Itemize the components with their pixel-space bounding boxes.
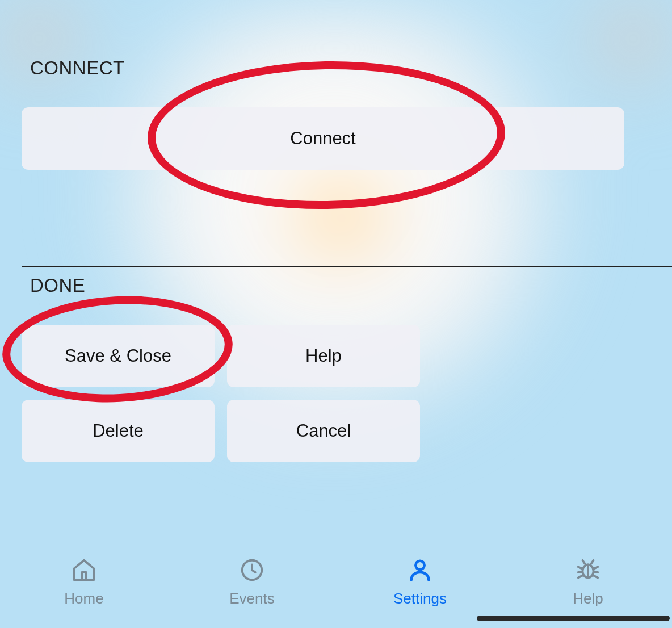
tab-help-label: Help — [573, 590, 603, 608]
bug-icon — [575, 557, 601, 585]
svg-rect-0 — [82, 572, 86, 580]
save-close-button[interactable]: Save & Close — [22, 325, 215, 387]
help-button[interactable]: Help — [227, 325, 420, 387]
done-section-header: DONE — [22, 266, 672, 304]
tab-events-label: Events — [229, 590, 275, 608]
person-icon — [407, 557, 433, 585]
tab-settings[interactable]: Settings — [336, 531, 504, 608]
tab-events[interactable]: Events — [168, 531, 336, 608]
clock-icon — [239, 557, 265, 585]
tab-bar: Home Events Settings — [0, 531, 672, 628]
delete-button[interactable]: Delete — [22, 400, 215, 462]
connect-section-header: CONNECT — [22, 49, 672, 87]
connect-section: CONNECT — [22, 49, 672, 87]
tab-help[interactable]: Help — [504, 531, 672, 608]
svg-point-2 — [415, 561, 424, 570]
tab-settings-label: Settings — [393, 590, 447, 608]
home-icon — [71, 557, 97, 585]
connect-button[interactable]: Connect — [22, 107, 624, 170]
tab-home[interactable]: Home — [0, 531, 168, 608]
cancel-button[interactable]: Cancel — [227, 400, 420, 462]
tab-home-label: Home — [64, 590, 103, 608]
done-section: DONE — [22, 266, 672, 304]
home-indicator — [477, 616, 670, 621]
